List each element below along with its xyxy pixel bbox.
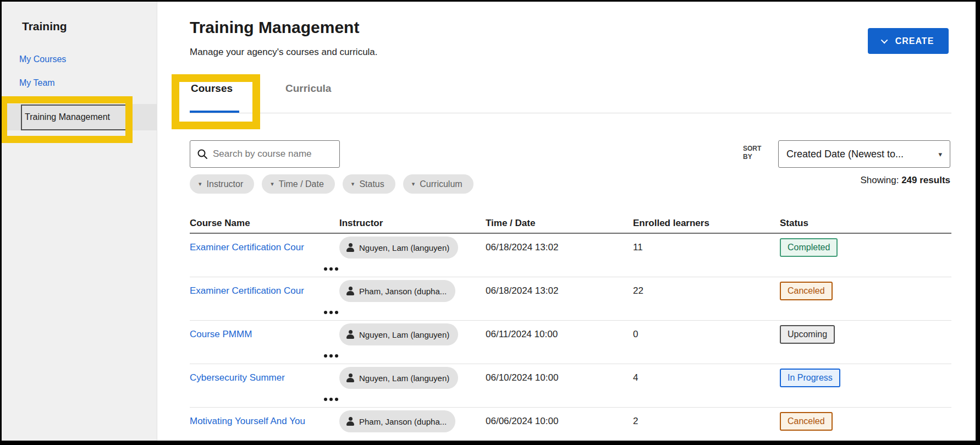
instructor-name: Nguyen, Lam (languyen) [359, 373, 449, 383]
enrolled-learners-cell: 11 [633, 242, 780, 253]
column-header-enrolled-learners: Enrolled learners [633, 218, 780, 229]
column-header-status: Status [780, 218, 951, 229]
filter-chip-status[interactable]: ▾ Status [343, 174, 395, 194]
time-date-cell: 06/11/2024 10:00 [486, 329, 633, 340]
table-row: Motivating Yourself And You Pham, Janson… [190, 408, 951, 441]
instructor-chip[interactable]: Nguyen, Lam (languyen) [339, 323, 458, 345]
instructor-chip[interactable]: Nguyen, Lam (languyen) [339, 237, 458, 259]
sidebar-item-label: Training Management [25, 112, 110, 122]
time-date-cell: 06/10/2024 10:00 [486, 372, 633, 383]
column-header-time-date: Time / Date [486, 218, 633, 229]
row-actions-button[interactable] [323, 394, 339, 404]
instructor-name: Nguyen, Lam (languyen) [359, 243, 449, 252]
sort-by-label: SORT BY [743, 145, 767, 161]
status-badge: In Progress [780, 369, 840, 387]
person-icon [346, 330, 355, 339]
page-subtitle: Manage your agency's courses and curricu… [190, 47, 378, 58]
course-name-link[interactable]: Motivating Yourself And You [190, 416, 339, 427]
instructor-chip[interactable]: Pham, Janson (dupha... [339, 280, 455, 302]
caret-down-icon: ▾ [351, 180, 355, 188]
app-window: Training My Courses My Team Training Man… [0, 0, 980, 445]
search-box [190, 140, 340, 168]
filter-chip-label: Curriculum [420, 179, 462, 189]
instructor-name: Nguyen, Lam (languyen) [359, 330, 449, 339]
results-count-value: 249 results [901, 175, 950, 185]
create-button-label: CREATE [895, 36, 934, 46]
results-count-label: Showing: [860, 175, 899, 185]
create-button[interactable]: CREATE [868, 28, 949, 54]
status-badge: Upcoming [780, 325, 835, 344]
course-name-link[interactable]: Examiner Certification Cour [190, 242, 339, 253]
table-header: Course Name Instructor Time / Date Enrol… [190, 215, 951, 232]
sidebar-item-my-courses[interactable]: My Courses [19, 54, 66, 64]
sidebar-item-training-management[interactable]: Training Management [2, 104, 157, 130]
caret-down-icon: ▾ [271, 180, 274, 188]
course-name-link[interactable]: Examiner Certification Cour [190, 285, 339, 296]
caret-down-icon: ▾ [412, 180, 415, 188]
more-options-icon [324, 398, 327, 401]
enrolled-learners-cell: 22 [633, 285, 780, 296]
chevron-down-icon [880, 37, 888, 44]
table-row: Examiner Certification Cour Pham, Janson… [190, 277, 951, 321]
table-row: Cybersecurity Summer Nguyen, Lam (languy… [190, 364, 951, 408]
course-name-link[interactable]: Cybersecurity Summer [190, 372, 339, 383]
row-actions-button[interactable] [323, 351, 339, 361]
status-badge: Canceled [780, 282, 833, 300]
sidebar-title: Training [22, 20, 67, 33]
instructor-chip[interactable]: Pham, Janson (dupha... [339, 410, 455, 432]
filter-chips: ▾ Instructor ▾ Time / Date ▾ Status ▾ Cu… [190, 174, 474, 194]
row-actions-button[interactable] [323, 438, 339, 441]
person-icon [346, 287, 355, 295]
sort-dropdown[interactable]: Created Date (Newest to... ▾ [778, 140, 950, 168]
sidebar-item-my-team[interactable]: My Team [19, 78, 55, 88]
status-badge: Canceled [780, 412, 833, 431]
search-input[interactable] [213, 141, 339, 167]
more-options-icon [324, 311, 327, 314]
filter-chip-instructor[interactable]: ▾ Instructor [190, 174, 254, 194]
person-icon [346, 373, 355, 382]
search-icon [197, 149, 208, 160]
person-icon [346, 417, 355, 426]
time-date-cell: 06/18/2024 13:02 [486, 242, 633, 253]
instructor-name: Pham, Janson (dupha... [359, 417, 447, 426]
caret-down-icon: ▾ [199, 180, 202, 188]
caret-down-icon: ▾ [938, 150, 942, 158]
instructor-name: Pham, Janson (dupha... [359, 287, 447, 296]
time-date-cell: 06/06/2024 10:00 [486, 416, 633, 427]
filter-chip-label: Instructor [207, 179, 244, 189]
more-options-icon [324, 267, 327, 271]
more-options-icon [324, 354, 327, 358]
filter-chip-label: Time / Date [279, 179, 324, 189]
tabs-divider [190, 113, 951, 113]
course-name-link[interactable]: Course PMMM [190, 329, 339, 340]
filter-chip-time-date[interactable]: ▾ Time / Date [262, 174, 335, 194]
tab-curricula[interactable]: Curricula [285, 83, 331, 95]
filter-chip-curriculum[interactable]: ▾ Curriculum [403, 174, 474, 194]
table-row: Course PMMM Nguyen, Lam (languyen) 06/11… [190, 321, 951, 364]
row-actions-button[interactable] [323, 307, 339, 317]
column-header-course-name: Course Name [190, 218, 339, 229]
row-actions-button[interactable] [323, 264, 339, 274]
sort-dropdown-value: Created Date (Newest to... [786, 149, 934, 160]
person-icon [346, 243, 355, 252]
sidebar: Training My Courses My Team Training Man… [2, 2, 157, 441]
instructor-chip[interactable]: Nguyen, Lam (languyen) [339, 367, 458, 389]
table-row: Examiner Certification Cour Nguyen, Lam … [190, 234, 951, 277]
time-date-cell: 06/18/2024 13:02 [486, 285, 633, 296]
column-header-instructor: Instructor [339, 218, 486, 229]
enrolled-learners-cell: 4 [633, 372, 780, 383]
page-title: Training Management [190, 18, 359, 37]
enrolled-learners-cell: 0 [633, 329, 780, 340]
tab-courses[interactable]: Courses [191, 83, 233, 95]
table-body: Examiner Certification Cour Nguyen, Lam … [190, 234, 951, 441]
filter-chip-label: Status [359, 179, 384, 189]
status-badge: Completed [780, 238, 838, 257]
results-count: Showing: 249 results [685, 175, 950, 186]
enrolled-learners-cell: 2 [633, 416, 780, 427]
